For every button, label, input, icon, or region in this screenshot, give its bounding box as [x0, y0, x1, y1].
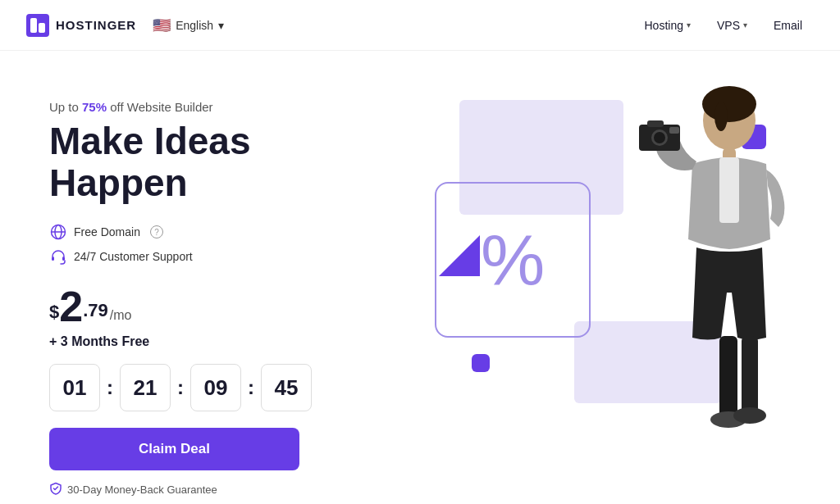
feature-domain: Free Domain ?: [49, 223, 394, 241]
nav-vps[interactable]: VPS ▾: [705, 12, 759, 39]
nav-left: HOSTINGER 🇺🇸 English ▾: [26, 14, 224, 37]
nav-hosting[interactable]: Hosting ▾: [633, 12, 702, 39]
svg-rect-0: [30, 18, 37, 33]
vps-chevron-icon: ▾: [743, 20, 747, 30]
countdown-hours: 21: [120, 364, 171, 411]
features-list: Free Domain ? 24/7 Customer Support: [49, 223, 394, 266]
nav-email[interactable]: Email: [762, 12, 814, 39]
percent-symbol: %: [481, 224, 545, 296]
nav-email-label: Email: [774, 19, 802, 32]
guarantee-label: 30-Day Money-Back Guarantee: [67, 484, 217, 496]
svg-point-8: [702, 86, 756, 122]
countdown-sep-2: :: [177, 378, 184, 397]
promo-suffix: off Website Builder: [107, 100, 213, 114]
promo-highlight: 75%: [82, 100, 107, 114]
money-back-guarantee: 30-Day Money-Back Guarantee: [49, 482, 394, 497]
navbar: HOSTINGER 🇺🇸 English ▾ Hosting ▾ VPS ▾ E…: [0, 0, 840, 51]
months-free: + 3 Months Free: [49, 334, 394, 349]
deco-rect-accent-2: [472, 354, 490, 372]
svg-rect-16: [669, 127, 679, 134]
headset-icon: [49, 247, 67, 266]
price-integer: 2: [59, 285, 83, 328]
svg-point-9: [714, 102, 728, 131]
svg-rect-17: [719, 336, 737, 418]
svg-rect-11: [719, 157, 739, 223]
percent-box: %: [435, 182, 591, 338]
main-heading: Make Ideas Happen: [49, 120, 394, 203]
promo-text: Up to 75% off Website Builder: [49, 100, 394, 114]
shield-icon: [49, 482, 62, 497]
lang-label: English: [176, 19, 213, 32]
hero-left: Up to 75% off Website Builder Make Ideas…: [49, 92, 394, 497]
svg-point-14: [654, 132, 665, 143]
svg-rect-15: [647, 120, 664, 127]
globe-icon: [49, 223, 67, 241]
countdown-seconds: 45: [261, 364, 312, 411]
svg-rect-18: [742, 336, 758, 414]
promo-prefix: Up to: [49, 100, 82, 114]
nav-right: Hosting ▾ VPS ▾ Email: [633, 12, 815, 39]
main-content: Up to 75% off Website Builder Make Ideas…: [0, 51, 840, 504]
price-section: $ 2 .79 /mo: [49, 285, 394, 328]
hosting-chevron-icon: ▾: [687, 20, 691, 30]
claim-deal-button[interactable]: Claim Deal: [49, 428, 299, 470]
countdown-sep-1: :: [107, 378, 113, 397]
flag-icon: 🇺🇸: [153, 16, 171, 34]
logo[interactable]: HOSTINGER: [26, 14, 136, 37]
svg-rect-5: [52, 257, 54, 261]
nav-hosting-label: Hosting: [645, 19, 683, 32]
lang-chevron-icon: ▾: [218, 19, 224, 32]
svg-rect-1: [39, 23, 45, 33]
help-icon[interactable]: ?: [150, 225, 163, 238]
svg-rect-6: [62, 257, 65, 261]
support-label: 24/7 Customer Support: [74, 250, 193, 263]
cta-label: Claim Deal: [139, 441, 210, 457]
feature-support: 24/7 Customer Support: [49, 247, 394, 266]
countdown-sep-3: :: [248, 378, 254, 397]
price-decimal: .79: [83, 300, 108, 321]
price-currency: $: [49, 303, 59, 321]
logo-icon: [26, 14, 49, 37]
free-domain-label: Free Domain: [74, 225, 140, 238]
logo-name: HOSTINGER: [56, 18, 136, 32]
countdown-days: 01: [49, 364, 100, 411]
price-period: /mo: [110, 308, 132, 323]
hero-visual: %: [394, 75, 791, 504]
countdown-timer: 01 : 21 : 09 : 45: [49, 364, 394, 411]
price-row: $ 2 .79 /mo: [49, 285, 394, 328]
hero-person: [602, 75, 791, 493]
svg-point-20: [733, 407, 766, 424]
language-selector[interactable]: 🇺🇸 English ▾: [153, 16, 224, 34]
nav-vps-label: VPS: [717, 19, 740, 32]
countdown-minutes: 09: [190, 364, 241, 411]
